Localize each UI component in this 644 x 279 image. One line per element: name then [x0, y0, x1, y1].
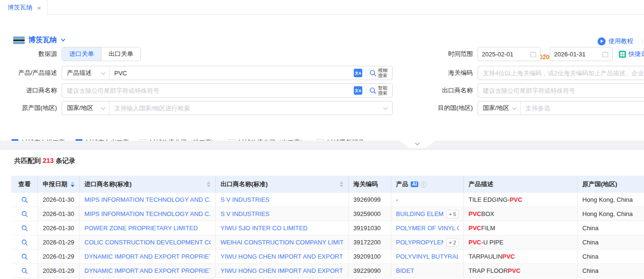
date-range-dash: – — [543, 51, 547, 58]
importer-input[interactable] — [62, 84, 354, 97]
origin-compound: 国家/地区 — [62, 101, 393, 115]
cell-hs-code: 39229090 — [349, 264, 391, 278]
cell-product-desc: TARPAULIN PVC — [464, 250, 578, 263]
magnifier-icon — [21, 268, 28, 274]
product-compound: 产品描述 文A 模糊搜索 — [62, 66, 393, 80]
magnifier-icon — [21, 239, 28, 246]
cell-origin: China — [578, 221, 644, 235]
tab-export-declarations[interactable]: 出口关单 — [101, 47, 140, 61]
importer-link[interactable]: DYNAMIC IMPORT AND EXPORT PROPRIET... — [84, 253, 211, 260]
importer-link[interactable]: MIPS INFORMATION TECHNOLOGY AND C... — [84, 196, 211, 203]
origin-input[interactable] — [110, 101, 383, 115]
product-type-select[interactable]: 产品描述 — [62, 66, 110, 80]
tab-strip — [0, 0, 644, 15]
importer-link[interactable]: MIPS INFORMATION TECHNOLOGY AND C... — [84, 210, 211, 217]
view-record-button[interactable] — [11, 264, 38, 278]
translate-icon[interactable]: 文A — [354, 86, 362, 95]
tab-import-declarations[interactable]: 进口关单 — [62, 47, 101, 61]
product-link[interactable]: POLYPROPYLENE... — [396, 239, 443, 246]
product-link[interactable]: BUILDING ELEM... — [396, 210, 443, 217]
more-products-badge[interactable]: + 2 — [446, 238, 459, 247]
quick-select-label: 快捷选项 — [628, 50, 644, 58]
product-link[interactable]: BIDET — [396, 267, 414, 274]
view-record-button[interactable] — [11, 250, 38, 263]
fuzzy-search-button[interactable]: 模糊搜索 — [369, 68, 388, 78]
cell-product-desc: PVC BOX — [464, 207, 578, 221]
destination-input[interactable] — [521, 101, 644, 115]
sort-importer[interactable] — [207, 181, 211, 187]
cell-product-desc: TILE EDGING-PVC — [464, 193, 578, 207]
search-icon — [369, 87, 377, 94]
results-panel: 共匹配到213条记录 查看 申报日期 进口商名称(标准) 出口商名称(标准) 海… — [0, 150, 644, 279]
product-input[interactable] — [110, 66, 354, 80]
sort-declaration-date[interactable] — [71, 181, 74, 187]
smart-search-button[interactable]: 智能搜索 — [369, 85, 388, 96]
sort-exporter[interactable] — [340, 181, 343, 187]
cell-date: 2026-01-29 — [38, 235, 80, 249]
row-product: 产品/产品描述 产品描述 文A 模糊搜索 — [0, 66, 393, 80]
col-product: 产品 AI i — [391, 176, 464, 193]
exporter-link[interactable]: S V INDUSTRIES — [221, 196, 269, 203]
cell-origin: Hong Kong, China — [578, 193, 644, 207]
chevron-down-icon — [61, 38, 65, 42]
header-divider — [642, 37, 643, 45]
importer-compound: 文A 智能搜索 — [62, 83, 393, 98]
table-row: 2026-01-30 MIPS INFORMATION TECHNOLOGY A… — [11, 193, 644, 207]
origin-label: 原产国(地区) — [0, 104, 62, 112]
results-summary: 共匹配到213条记录 — [14, 157, 75, 165]
results-count: 213 — [43, 157, 54, 164]
exporter-link[interactable]: YIWU SJO INTER CO LIMITED — [221, 225, 307, 232]
data-source-segmented: 进口关单 出口关单 — [62, 47, 141, 61]
product-link[interactable]: POLYMER OF VINYL C... — [396, 225, 459, 232]
cell-hs-code: 39269099 — [349, 193, 391, 207]
hs-code-label: 海关编码 — [416, 69, 478, 77]
quick-select-button[interactable]: 快捷选项 — [619, 50, 644, 58]
table-row: 2026-01-30 MIPS INFORMATION TECHNOLOGY A… — [11, 207, 644, 221]
view-record-button[interactable] — [11, 193, 38, 207]
importer-link[interactable]: COLIC CONSTRUCTION DEVELOPMENT CO ... — [84, 239, 211, 246]
more-products-badge[interactable]: + 5 — [446, 210, 459, 218]
exporter-link[interactable]: YIWU HONG CHEN IMPORT AND EXPORT ... — [221, 253, 343, 260]
magnifier-icon — [21, 225, 28, 232]
cell-origin: China — [578, 235, 644, 249]
calendar-icon — [530, 51, 536, 57]
product-link[interactable]: POLYVINYL BUTYRAL — [396, 253, 459, 260]
destination-compound: 国家/地区 — [478, 101, 644, 115]
row-origin: 原产国(地区) 国家/地区 — [0, 101, 393, 115]
search-icon — [369, 70, 377, 77]
tab-close-icon[interactable]: × — [37, 4, 41, 11]
exporter-link[interactable]: YIWU HONG CHEN IMPORT AND EXPORT ... — [221, 267, 343, 274]
date-end-input[interactable]: 2026-01-31 — [550, 47, 613, 61]
date-start-input[interactable]: 2025-02-01 — [478, 47, 541, 61]
tab-botswana[interactable]: 博茨瓦纳 × — [0, 0, 47, 15]
table-row: 2026-01-29 COLIC CONSTRUCTION DEVELOPMEN… — [11, 235, 644, 250]
importer-label: 进口商名称 — [0, 86, 62, 95]
magnifier-icon — [21, 211, 28, 217]
cell-hs-code: 39172200 — [349, 235, 391, 249]
chevron-down-icon — [383, 105, 388, 110]
country-selector[interactable]: 博茨瓦纳 — [13, 36, 65, 45]
exporter-input[interactable] — [478, 84, 644, 97]
origin-type-select[interactable]: 国家/地区 — [62, 101, 110, 115]
view-record-button[interactable] — [11, 235, 38, 249]
view-record-button[interactable] — [11, 207, 38, 221]
exporter-link[interactable]: S V INDUSTRIES — [221, 210, 269, 217]
col-view: 查看 — [11, 176, 38, 193]
product-label: 产品/产品描述 — [0, 69, 62, 77]
importer-link[interactable]: DYNAMIC IMPORT AND EXPORT PROPRIET... — [84, 267, 211, 274]
exporter-label: 出口商名称 — [416, 86, 478, 95]
exporter-link[interactable]: WEIHAI CONSTRUCTION COMPANY LIMITED — [221, 239, 343, 246]
quick-select-icon — [619, 51, 626, 58]
tutorial-link[interactable]: 使用教程 — [598, 37, 633, 45]
row-time-range: 时间范围 2025-02-01 – 2026-01-31 — [416, 47, 644, 61]
hs-code-input[interactable] — [478, 66, 644, 80]
destination-type-select[interactable]: 国家/地区 — [478, 101, 521, 115]
chevron-down-icon — [414, 142, 420, 146]
cell-origin: China — [578, 264, 644, 278]
info-icon[interactable]: i — [421, 181, 427, 188]
translate-icon[interactable]: 文A — [354, 69, 362, 77]
view-record-button[interactable] — [11, 221, 38, 235]
destination-label: 目的国(地区) — [416, 104, 478, 112]
data-source-label: 数据源 — [0, 50, 62, 58]
importer-link[interactable]: POWER ZONE PROPRIETARY LIMITED — [84, 225, 198, 232]
